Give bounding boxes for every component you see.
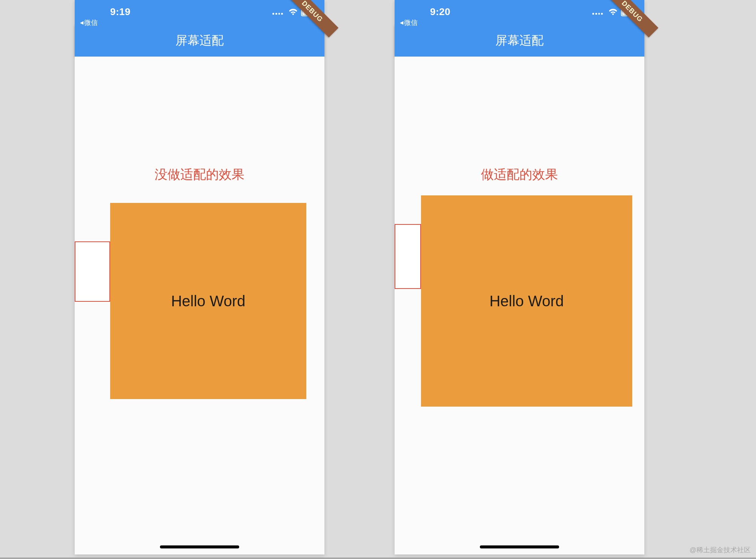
wifi-icon <box>288 7 298 19</box>
red-outline-box <box>395 224 421 289</box>
app-bar-title: 屏幕适配 <box>495 32 544 49</box>
content-area: 做适配的效果 Hello Word <box>395 57 644 554</box>
status-bar: 9:20 ◀ 微信 <box>395 0 644 25</box>
wifi-icon <box>608 7 618 19</box>
back-arrow-icon: ◀ <box>400 20 403 25</box>
box-text: Hello Word <box>489 293 564 310</box>
status-time: 9:19 <box>110 6 131 18</box>
back-to-app[interactable]: ◀ 微信 <box>400 18 418 27</box>
status-bar: 9:19 ◀ 微信 <box>75 0 324 25</box>
phone-left: 9:19 ◀ 微信 屏幕适配 DEBUG 没做适配的效果 Hello Word <box>75 0 324 554</box>
home-indicator[interactable] <box>160 545 239 548</box>
orange-box: Hello Word <box>421 195 632 407</box>
cellular-icon <box>272 11 283 15</box>
app-bar-title: 屏幕适配 <box>175 32 224 49</box>
orange-box: Hello Word <box>110 203 306 399</box>
bottom-edge <box>0 557 756 559</box>
content-area: 没做适配的效果 Hello Word <box>75 57 324 554</box>
status-time: 9:20 <box>430 6 450 18</box>
back-app-label: 微信 <box>84 18 98 27</box>
home-indicator[interactable] <box>480 545 559 548</box>
box-text: Hello Word <box>171 293 245 310</box>
back-app-label: 微信 <box>404 18 418 27</box>
back-to-app[interactable]: ◀ 微信 <box>80 18 98 27</box>
caption-text: 做适配的效果 <box>395 166 644 183</box>
cellular-icon <box>592 11 603 15</box>
watermark: @稀土掘金技术社区 <box>690 545 751 554</box>
app-bar: 屏幕适配 <box>75 25 324 57</box>
back-arrow-icon: ◀ <box>80 20 83 25</box>
app-bar: 屏幕适配 <box>395 25 644 57</box>
red-outline-box <box>75 241 110 302</box>
caption-text: 没做适配的效果 <box>75 166 324 183</box>
phone-right: 9:20 ◀ 微信 屏幕适配 DEBUG 做适配的效果 Hello Word <box>395 0 644 554</box>
